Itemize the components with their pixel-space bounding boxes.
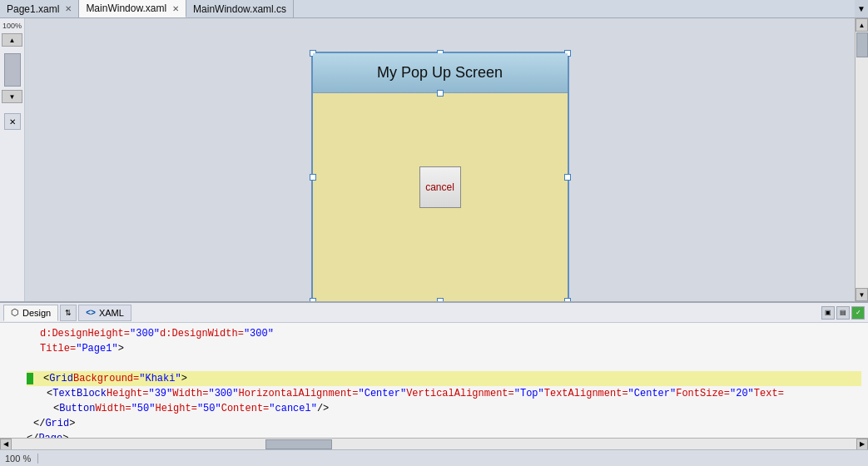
tab-mainwindow-cs-label: MainWindow.xaml.cs (193, 3, 286, 15)
h-scroll-right-button[interactable]: ▶ (856, 439, 868, 450)
tab-design[interactable]: ⬡ Design (3, 305, 58, 321)
scrollbar-up-button[interactable]: ▲ (856, 18, 868, 32)
code-line-2: Title="Page1"> (27, 341, 861, 356)
code-area: d:DesignHeight="300" d:DesignWidth="300"… (0, 323, 868, 438)
panel-btn-3[interactable]: ✓ (851, 306, 865, 320)
bottom-scrollbar: ◀ ▶ (0, 438, 868, 449)
zoom-label: 100% (2, 22, 22, 30)
scrollbar-down-button[interactable]: ▼ (856, 288, 868, 301)
h-scroll-thumb[interactable] (265, 439, 332, 449)
code-line-3 (27, 356, 861, 371)
status-zoom: 100 % (5, 454, 31, 464)
scroll-down-button[interactable]: ▼ (2, 90, 22, 103)
code-content[interactable]: d:DesignHeight="300" d:DesignWidth="300"… (27, 326, 861, 434)
tab-xaml-label: XAML (99, 308, 124, 318)
tool-icon[interactable]: ✕ (4, 113, 21, 130)
wpf-title: My Pop Up Screen (377, 64, 503, 82)
tab-mainwindow-xaml[interactable]: MainWindow.xaml ✕ (79, 0, 186, 17)
sidebar-scroll-thumb[interactable] (4, 53, 21, 87)
tab-page1-label: Page1.xaml (7, 3, 59, 15)
handle-bottom-center[interactable] (437, 298, 444, 301)
left-sidebar: 100% ▲ ▼ ✕ (0, 18, 25, 301)
status-bar: 100 % (0, 449, 868, 466)
tab-mainwindow-xaml-cs[interactable]: MainWindow.xaml.cs (186, 0, 294, 17)
design-canvas: My Pop Up Screen cancel (25, 18, 855, 301)
scrollbar-thumb[interactable] (856, 32, 868, 57)
panel-btn-1[interactable]: ▣ (821, 306, 835, 320)
swap-panels-button[interactable]: ⇅ (60, 305, 77, 321)
handle-mid-left[interactable] (310, 174, 316, 181)
xaml-icon: <> (86, 308, 96, 317)
scroll-up-button[interactable]: ▲ (2, 33, 22, 47)
tab-page1-xaml[interactable]: Page1.xaml ✕ (0, 0, 79, 17)
main-area: 100% ▲ ▼ ✕ My Pop Up Screen cancel (0, 18, 868, 301)
line-numbers (7, 326, 23, 434)
h-scroll-track[interactable] (12, 439, 856, 449)
cancel-button-label: cancel (425, 181, 454, 193)
status-divider (37, 454, 38, 464)
bottom-panel: ⬡ Design ⇅ <> XAML ▣ ▤ ✓ d:DesignHeight=… (0, 301, 868, 449)
tab-design-label: Design (22, 308, 51, 318)
tab-overflow-button[interactable]: ▼ (855, 0, 868, 17)
h-scroll-left-button[interactable]: ◀ (0, 439, 12, 450)
wpf-window-preview: My Pop Up Screen cancel (311, 52, 569, 301)
code-line-7: </Grid> (27, 416, 861, 431)
handle-bottom-left[interactable] (310, 298, 316, 301)
code-line-8: </Page> (27, 431, 861, 438)
code-line-4: <Grid Background="Khaki"> (27, 371, 861, 386)
scrollbar-track[interactable] (856, 32, 868, 288)
handle-mid-top[interactable] (437, 90, 444, 97)
code-line-6: <Button Width="50" Height="50" Content="… (27, 401, 861, 416)
code-line-1: d:DesignHeight="300" d:DesignWidth="300" (27, 326, 861, 341)
handle-mid-right[interactable] (564, 174, 571, 181)
panel-btn-2[interactable]: ▤ (836, 306, 850, 320)
bottom-toolbar: ⬡ Design ⇅ <> XAML ▣ ▤ ✓ (0, 303, 868, 323)
toolbar-right-buttons: ▣ ▤ ✓ (821, 306, 865, 320)
handle-bottom-right[interactable] (564, 298, 571, 301)
cancel-button[interactable]: cancel (419, 166, 461, 208)
right-scrollbar: ▲ ▼ (855, 18, 868, 301)
wpf-titlebar: My Pop Up Screen (313, 53, 568, 93)
tab-xaml[interactable]: <> XAML (78, 305, 131, 321)
tab-bar: Page1.xaml ✕ MainWindow.xaml ✕ MainWindo… (0, 0, 868, 18)
tab-page1-close[interactable]: ✕ (65, 4, 72, 13)
green-indicator (27, 373, 33, 384)
design-icon: ⬡ (11, 307, 19, 318)
wpf-content: cancel (313, 93, 568, 301)
code-line-5: <TextBlock Height="39" Width="300" Horiz… (27, 386, 861, 401)
tab-mainwindow-close[interactable]: ✕ (172, 4, 179, 13)
tab-mainwindow-label: MainWindow.xaml (86, 2, 166, 14)
